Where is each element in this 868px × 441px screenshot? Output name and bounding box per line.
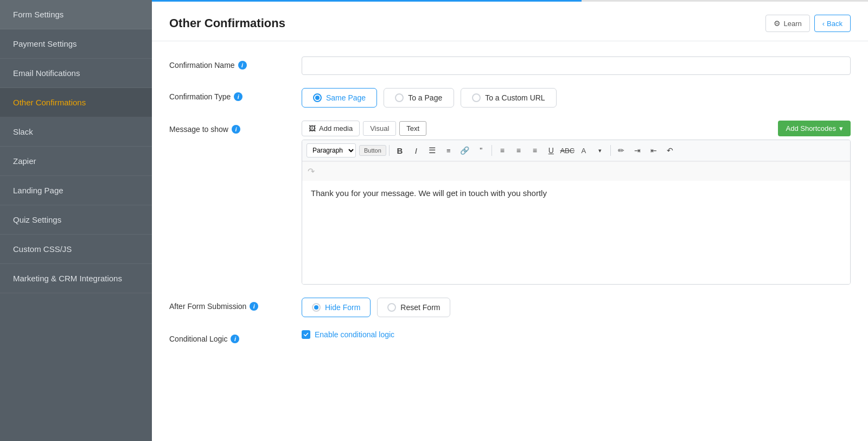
redo-icon: ↷: [308, 166, 315, 177]
link-button[interactable]: 🔗: [457, 143, 473, 158]
align-center-button[interactable]: ≡: [511, 143, 526, 158]
message-to-show-info-icon[interactable]: i: [232, 125, 240, 134]
add-media-icon: 🖼: [309, 124, 316, 133]
sidebar-item-email-notifications[interactable]: Email Notifications: [0, 59, 152, 88]
sidebar-item-landing-page[interactable]: Landing Page: [0, 176, 152, 205]
radio-reset-form-circle: [387, 303, 396, 312]
text-color-button[interactable]: A: [576, 143, 591, 158]
align-right-button[interactable]: ≡: [527, 143, 542, 158]
ordered-list-button[interactable]: ≡: [441, 143, 456, 158]
button-toolbar-btn[interactable]: Button: [359, 145, 386, 156]
toolbar-divider-3: [610, 145, 611, 156]
confirmation-type-row: Confirmation Type i Same Page To a Page: [169, 88, 851, 108]
chevron-left-icon: ‹: [822, 20, 825, 28]
editor-toolbar-row2: ↷: [302, 161, 850, 181]
blockquote-button[interactable]: ": [474, 143, 489, 158]
confirmation-name-row: Confirmation Name i: [169, 56, 851, 75]
learn-icon: ⚙: [774, 19, 781, 28]
learn-button[interactable]: ⚙ Learn: [765, 15, 810, 32]
radio-same-page[interactable]: Same Page: [302, 88, 377, 108]
radio-to-a-page[interactable]: To a Page: [384, 88, 454, 108]
color-picker-button[interactable]: ▾: [592, 143, 608, 158]
sidebar-item-form-settings[interactable]: Form Settings: [0, 0, 152, 29]
radio-hide-form-label: Hide Form: [325, 303, 360, 312]
page-title: Other Confirmations: [169, 16, 285, 30]
radio-to-custom-url[interactable]: To a Custom URL: [461, 88, 556, 108]
sidebar-item-payment-settings[interactable]: Payment Settings: [0, 29, 152, 59]
clear-format-button[interactable]: ✏: [614, 143, 629, 158]
toolbar-divider-1: [389, 145, 390, 156]
main-header: Other Confirmations ⚙ Learn ‹ Back: [152, 2, 868, 41]
sidebar-item-quiz-settings[interactable]: Quiz Settings: [0, 205, 152, 235]
outdent-button[interactable]: ⇤: [646, 143, 661, 158]
conditional-logic-checkbox-label[interactable]: Enable conditional logic: [315, 330, 394, 339]
indent-button[interactable]: ⇥: [630, 143, 645, 158]
radio-reset-form[interactable]: Reset Form: [377, 298, 450, 317]
radio-same-page-circle: [313, 93, 322, 102]
add-shortcodes-button[interactable]: Add Shortcodes ▾: [778, 121, 851, 136]
radio-hide-form[interactable]: Hide Form: [302, 298, 371, 317]
content-area: Confirmation Name i Confirmation Type i: [152, 41, 868, 358]
underline-button[interactable]: U: [544, 143, 559, 158]
back-label: Back: [827, 20, 843, 28]
sidebar-item-marketing-crm[interactable]: Marketing & CRM Integrations: [0, 264, 152, 293]
sidebar-item-zapier[interactable]: Zapier: [0, 147, 152, 176]
conditional-logic-checkbox-row: Enable conditional logic: [302, 330, 851, 339]
header-actions: ⚙ Learn ‹ Back: [765, 15, 851, 32]
message-to-show-label: Message to show i: [169, 121, 289, 134]
paragraph-select[interactable]: Paragraph: [307, 143, 356, 158]
add-media-button[interactable]: 🖼 Add media: [302, 121, 360, 136]
strikethrough-button[interactable]: ABC: [560, 143, 575, 158]
editor-tabs-left: 🖼 Add media Visual Text: [302, 121, 426, 136]
sidebar: Form SettingsPayment SettingsEmail Notif…: [0, 0, 152, 441]
confirmation-name-wrap: [302, 56, 851, 75]
after-form-options-wrap: Hide Form Reset Form: [302, 298, 851, 317]
main-content: Other Confirmations ⚙ Learn ‹ Back Confi…: [152, 0, 868, 441]
message-to-show-row: Message to show i 🖼 Add media Visual: [169, 121, 851, 285]
conditional-logic-checkbox[interactable]: [302, 330, 310, 339]
italic-button[interactable]: I: [409, 143, 424, 158]
radio-to-custom-url-label: To a Custom URL: [485, 93, 545, 102]
editor-content[interactable]: Thank you for your message. We will get …: [302, 181, 850, 284]
radio-hide-form-circle: [312, 303, 321, 312]
add-shortcodes-label: Add Shortcodes: [786, 124, 836, 133]
sidebar-item-other-confirmations[interactable]: Other Confirmations: [0, 88, 152, 117]
radio-hide-form-inner: [314, 305, 318, 310]
tab-text-label: Text: [406, 124, 419, 133]
tab-visual-button[interactable]: Visual: [363, 121, 396, 136]
confirmation-type-group: Same Page To a Page To a Custom URL: [302, 88, 851, 108]
sidebar-item-slack[interactable]: Slack: [0, 117, 152, 147]
conditional-logic-label: Conditional Logic i: [169, 330, 289, 343]
bold-button[interactable]: B: [392, 143, 407, 158]
undo-button[interactable]: ↶: [662, 143, 678, 158]
radio-same-page-inner: [315, 96, 320, 100]
editor-tabs-bar: 🖼 Add media Visual Text Add Shortcodes ▾: [302, 121, 851, 136]
align-left-button[interactable]: ≡: [495, 143, 510, 158]
chevron-down-icon: ▾: [839, 124, 843, 133]
radio-to-custom-url-circle: [472, 93, 481, 102]
confirmation-name-info-icon[interactable]: i: [238, 61, 247, 70]
tab-visual-label: Visual: [370, 124, 389, 133]
toolbar-divider-2: [492, 145, 492, 156]
radio-reset-form-label: Reset Form: [400, 303, 440, 312]
unordered-list-button[interactable]: ☰: [425, 143, 440, 158]
conditional-logic-info-icon[interactable]: i: [231, 335, 239, 343]
confirmation-name-label: Confirmation Name i: [169, 56, 289, 70]
learn-label: Learn: [784, 20, 802, 28]
confirmation-type-wrap: Same Page To a Page To a Custom URL: [302, 88, 851, 108]
back-button[interactable]: ‹ Back: [814, 15, 851, 32]
after-form-info-icon[interactable]: i: [250, 302, 258, 311]
check-icon: [303, 332, 309, 337]
confirmation-name-input[interactable]: [302, 56, 851, 75]
editor-content-text: Thank you for your message. We will get …: [311, 188, 547, 198]
add-media-label: Add media: [319, 124, 353, 133]
confirmation-type-label: Confirmation Type i: [169, 88, 289, 101]
after-form-submission-label: After Form Submission i: [169, 298, 289, 311]
hide-reset-group: Hide Form Reset Form: [302, 298, 851, 317]
confirmation-type-info-icon[interactable]: i: [234, 92, 242, 101]
message-editor-wrap: 🖼 Add media Visual Text Add Shortcodes ▾: [302, 121, 851, 285]
editor-container: Paragraph Button B I ☰ ≡ 🔗 " ≡ ≡ ≡: [302, 140, 851, 285]
tab-text-button[interactable]: Text: [399, 121, 426, 136]
editor-toolbar-row1: Paragraph Button B I ☰ ≡ 🔗 " ≡ ≡ ≡: [302, 140, 850, 161]
sidebar-item-custom-css-js[interactable]: Custom CSS/JS: [0, 235, 152, 264]
